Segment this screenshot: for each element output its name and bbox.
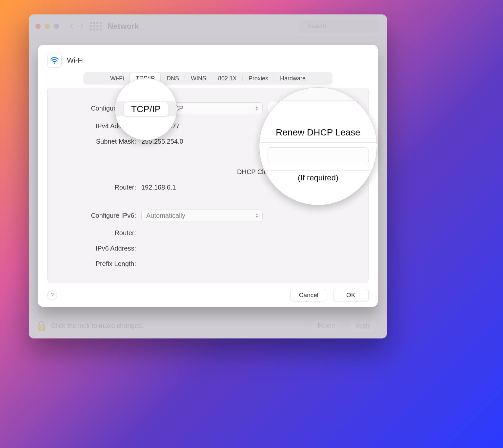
zoom-window-button[interactable] (54, 24, 59, 29)
callout-lens-renew-dhcp: Renew DHCP Lease (If required) (259, 87, 377, 205)
callout-dhcp-client-id-input (268, 147, 369, 164)
revert-button[interactable]: Revert (310, 320, 343, 332)
window-title: Network (108, 22, 139, 31)
tab-8021x[interactable]: 802.1X (212, 73, 243, 84)
nav-forward-button[interactable] (77, 20, 87, 33)
select-chevrons-icon: ▲▼ (255, 106, 258, 111)
minimize-window-button[interactable] (45, 24, 50, 29)
tab-hardware[interactable]: Hardware (274, 73, 312, 84)
window-toolbar: Network (29, 14, 387, 38)
configure-ipv6-value: Automatically (146, 212, 185, 219)
svg-point-2 (54, 62, 55, 64)
label-ipv6-address: IPv6 Address: (96, 245, 136, 252)
tab-dns[interactable]: DNS (161, 73, 185, 84)
callout-renew-dhcp-button: Renew DHCP Lease (259, 124, 377, 143)
search-field[interactable] (299, 20, 379, 33)
tab-wifi[interactable]: Wi-Fi (104, 73, 130, 84)
value-subnet-mask: 255.255.254.0 (141, 138, 263, 145)
apply-button[interactable]: Apply (348, 320, 378, 332)
sheet-tabbar: Wi-Fi TCP/IP DNS WINS 802.1X Proxies Har… (83, 72, 332, 85)
label-configure-ipv6: Configure IPv6: (91, 212, 136, 219)
tab-proxies[interactable]: Proxies (243, 73, 274, 84)
search-input[interactable] (307, 22, 384, 30)
window-traffic-lights (35, 24, 59, 29)
callout-if-required-hint: (If required) (298, 173, 338, 182)
network-preferences-window: Network Click the lock to make changes. … (29, 14, 387, 338)
close-window-button[interactable] (35, 24, 41, 29)
tab-wins[interactable]: WINS (185, 73, 212, 84)
window-footer: Click the lock to make changes. Revert A… (29, 313, 387, 338)
label-subnet-mask: Subnet Mask: (96, 138, 136, 145)
value-router-ipv4: 192.168.6.1 (141, 184, 263, 191)
nav-back-button[interactable] (67, 20, 77, 33)
callout-tcpip-chip: TCP/IP (124, 102, 168, 117)
label-prefix-length: Prefix Length: (96, 260, 136, 268)
wifi-advanced-sheet: Wi-Fi Wi-Fi TCP/IP DNS WINS 802.1X Proxi… (38, 45, 378, 307)
ok-button[interactable]: OK (333, 289, 369, 301)
configure-ipv6-select[interactable]: Automatically ▲▼ (141, 210, 263, 221)
label-router-ipv6: Router: (114, 229, 136, 237)
show-all-prefs-icon[interactable] (90, 22, 102, 31)
help-button[interactable]: ? (47, 290, 57, 300)
select-chevrons-icon: ▲▼ (255, 213, 258, 218)
cancel-button[interactable]: Cancel (290, 289, 327, 301)
sheet-title: Wi-Fi (67, 56, 84, 65)
label-router-ipv4: Router: (114, 184, 136, 191)
callout-lens-tcpip-tab: TCP/IP (115, 78, 177, 140)
lock-icon[interactable] (37, 321, 46, 331)
lock-label: Click the lock to make changes. (51, 322, 143, 330)
wifi-icon (47, 53, 62, 68)
